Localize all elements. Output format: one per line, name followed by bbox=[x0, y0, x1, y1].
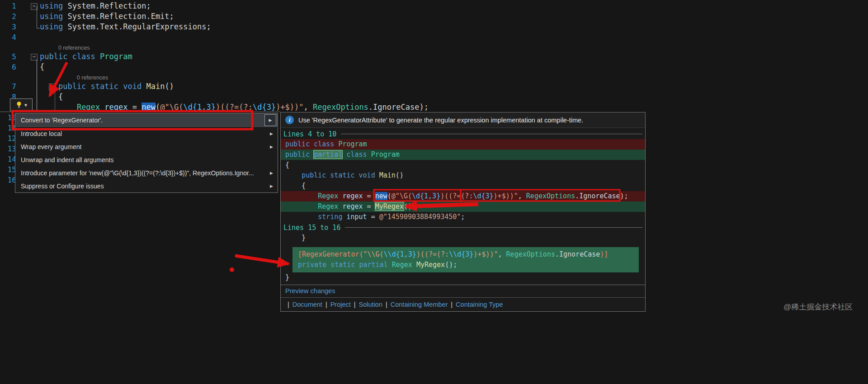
code-line[interactable]: 6{ bbox=[0, 62, 868, 72]
preview-code-line: [RegexGenerator("\\G(\\d{1,3})((?=(?:\\d… bbox=[298, 249, 639, 260]
code-line[interactable]: 5−public class Program bbox=[0, 52, 868, 62]
scope-link[interactable]: Containing Type bbox=[456, 301, 503, 308]
menu-item-label: Suppress or Configure issues bbox=[21, 183, 104, 190]
code-token: )+$))" bbox=[473, 250, 498, 258]
codelens-references[interactable]: 0 references bbox=[40, 73, 108, 82]
code-line[interactable]: 2using System.Reflection.Emit; bbox=[0, 11, 868, 22]
line-number: 1 bbox=[0, 1, 16, 11]
line-number: 10 bbox=[0, 112, 16, 123]
lines-range-text: Lines 15 to 16 bbox=[283, 224, 340, 232]
code-token: Program bbox=[100, 52, 132, 61]
preview-code-line: public class Program bbox=[281, 139, 645, 150]
code-token: { bbox=[285, 161, 289, 169]
quick-actions-menu: Convert to 'RegexGenerator'.▶Introduce l… bbox=[15, 113, 278, 193]
preview-code-line: string input = @"14590903884993450"; bbox=[281, 212, 645, 222]
line-number: 5 bbox=[0, 52, 16, 62]
code-line[interactable]: 1−using System.Reflection; bbox=[0, 1, 868, 11]
code-token: private static partial bbox=[298, 261, 392, 269]
code-token: using bbox=[40, 12, 63, 21]
line-number: 11 bbox=[0, 123, 16, 133]
code-token: )((?=(?: bbox=[416, 250, 449, 258]
code-line-content: public class Program bbox=[40, 52, 132, 62]
menu-item[interactable]: Convert to 'RegexGenerator'.▶ bbox=[15, 113, 278, 126]
menu-item-label: Unwrap and indent all arguments bbox=[21, 156, 113, 164]
lines-range-label: Lines 4 to 10 bbox=[281, 129, 645, 139]
line-number: 13 bbox=[0, 144, 16, 154]
section-rule bbox=[345, 227, 642, 228]
menu-item[interactable]: Wrap every argument▶ bbox=[15, 140, 278, 153]
line-number: 15 bbox=[0, 164, 16, 175]
codelens-references[interactable]: 0 references bbox=[40, 43, 90, 52]
code-token: Regex bbox=[392, 261, 412, 269]
code-token: { bbox=[285, 182, 306, 190]
preview-changes-link[interactable]: Preview changes bbox=[281, 285, 645, 298]
line-number: 2 bbox=[0, 11, 16, 22]
code-token: \d{3} bbox=[473, 192, 493, 200]
code-token: \\d{1,3} bbox=[384, 250, 416, 258]
code-token: RegexOptions bbox=[506, 250, 555, 258]
fold-column bbox=[16, 32, 40, 42]
code-token: , bbox=[498, 250, 506, 258]
code-token: string bbox=[318, 213, 342, 221]
menu-item[interactable]: Introduce parameter for 'new(@"\G(\d{1,3… bbox=[15, 166, 278, 179]
submenu-arrow-icon: ▶ bbox=[269, 118, 272, 122]
lines-range-label: Lines 15 to 16 bbox=[281, 222, 645, 233]
code-token: Regex bbox=[318, 192, 338, 200]
code-line[interactable]: 7− public static void Main() bbox=[0, 81, 868, 92]
scope-link[interactable]: Solution bbox=[359, 301, 382, 308]
vs-editor-screen: 1−using System.Reflection;2using System.… bbox=[0, 0, 868, 384]
codelens-row[interactable]: 0 references bbox=[0, 72, 868, 81]
blank-line bbox=[281, 243, 645, 247]
scope-links: |Document|Project|Solution|Containing Me… bbox=[281, 298, 645, 311]
line-number: 7 bbox=[0, 81, 16, 92]
menu-item-label: Introduce local bbox=[21, 130, 62, 137]
code-token: { bbox=[40, 92, 63, 101]
code-token bbox=[100, 103, 104, 112]
code-line[interactable]: 8 { bbox=[0, 92, 868, 102]
code-token: } bbox=[285, 234, 306, 242]
code-token: , bbox=[518, 192, 526, 200]
lines-range-text: Lines 4 to 10 bbox=[283, 130, 336, 138]
code-token: \\d{3} bbox=[449, 250, 473, 258]
code-token: RegexOptions bbox=[313, 103, 368, 112]
preview-code-line: public partial class Program bbox=[281, 150, 645, 160]
scope-link[interactable]: Document bbox=[292, 301, 322, 308]
code-token: MyRegex bbox=[375, 202, 404, 211]
code-token: )+$))" bbox=[494, 192, 518, 200]
menu-item[interactable]: Suppress or Configure issues▶ bbox=[15, 179, 278, 192]
preview-code-line: { bbox=[281, 181, 645, 191]
line-number: 3 bbox=[0, 22, 16, 32]
code-token: { bbox=[40, 62, 44, 71]
code-token: regex bbox=[342, 192, 363, 200]
code-token: public static void bbox=[302, 171, 379, 179]
code-line[interactable]: 9 Regex regex = new(@"\G(\d{1,3})((?=(?:… bbox=[0, 102, 868, 112]
codelens-row[interactable]: 0 references bbox=[0, 42, 868, 52]
code-line[interactable]: 3using System.Text.RegularExpressions; bbox=[0, 22, 868, 32]
code-token: public bbox=[285, 150, 314, 159]
code-token: (); bbox=[404, 202, 416, 211]
fold-guide-tick bbox=[37, 28, 40, 28]
scope-link[interactable]: Project bbox=[330, 301, 351, 308]
menu-item[interactable]: Unwrap and indent all arguments bbox=[15, 153, 278, 166]
code-token: )((?=(?: bbox=[216, 103, 253, 112]
code-token: Program bbox=[338, 140, 367, 148]
code-token: input bbox=[346, 213, 367, 221]
preview-code-line: private static partial Regex MyRegex(); bbox=[298, 260, 639, 270]
quick-actions-lightbulb[interactable]: ▼ bbox=[10, 98, 33, 111]
code-token: class bbox=[342, 150, 371, 159]
code-line-content: { bbox=[40, 92, 63, 102]
submenu-expand-button[interactable]: ▶ bbox=[264, 114, 276, 126]
submenu-arrow-icon: ▶ bbox=[270, 184, 273, 188]
code-line[interactable]: 4 bbox=[0, 32, 868, 42]
code-token bbox=[285, 171, 302, 179]
method-structure-guide bbox=[55, 89, 55, 112]
scope-link[interactable]: Containing Member bbox=[391, 301, 448, 308]
preview-code-line: { bbox=[281, 160, 645, 170]
menu-item[interactable]: Introduce local▶ bbox=[15, 127, 278, 140]
preview-code-line: public static void Main() bbox=[281, 170, 645, 181]
line-number: 14 bbox=[0, 154, 16, 164]
code-token: (); bbox=[445, 261, 457, 269]
code-token: \d{1,3} bbox=[183, 103, 216, 112]
code-token: "\\G( bbox=[363, 250, 384, 258]
fold-guide-line bbox=[37, 6, 37, 28]
